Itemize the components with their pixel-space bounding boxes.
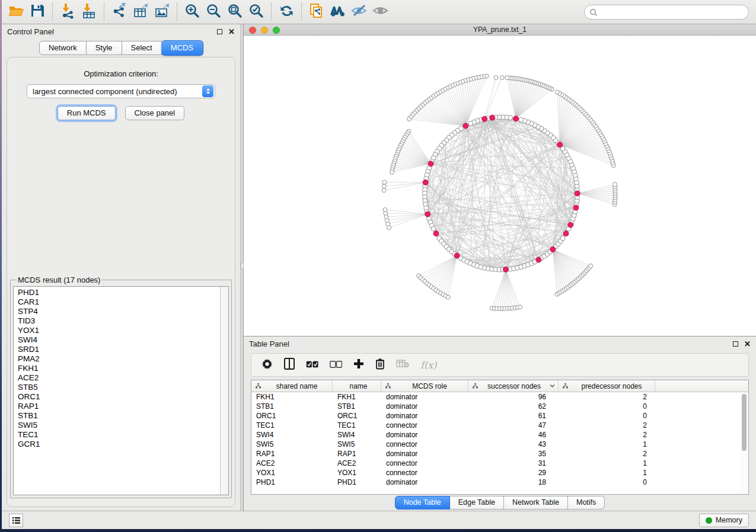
open-file-button[interactable] [5,2,27,22]
zoom-out-button[interactable] [203,2,224,22]
column-header-MCDS-role[interactable]: MCDS role [381,380,468,392]
mcds-hub-node[interactable] [575,191,580,196]
memory-button[interactable]: Memory [699,514,749,527]
mcds-hub-node[interactable] [433,231,439,236]
network-leaf-node[interactable] [446,295,450,299]
mcds-result-item[interactable]: YOX1 [18,326,228,335]
mcds-result-item[interactable]: CAR1 [18,297,228,307]
export-table-button[interactable] [130,2,151,22]
mcds-result-item[interactable]: STP4 [18,307,228,316]
mcds-hub-node[interactable] [513,116,519,121]
tab-network-table[interactable]: Network Table [504,496,568,509]
column-header-successor-nodes[interactable]: successor nodes [468,380,559,392]
table-row[interactable]: SWI5SWI5connector431 [251,440,748,449]
mcds-hub-node[interactable] [503,267,509,272]
mcds-hub-node[interactable] [557,142,563,148]
clone-network-button[interactable] [306,2,327,22]
mcds-result-item[interactable]: PHD1 [18,288,228,297]
mcds-hub-node[interactable] [573,205,579,210]
network-leaf-node[interactable] [390,170,394,174]
column-header-shared-name[interactable]: shared name [251,380,333,392]
network-leaf-node[interactable] [555,90,559,94]
mcds-hub-node[interactable] [423,180,428,185]
import-table-file-button[interactable] [78,2,100,22]
zoom-fit-button[interactable] [224,2,245,22]
network-node[interactable] [519,117,524,122]
split-columns-button[interactable] [284,358,295,372]
network-leaf-node[interactable] [500,75,504,79]
mcds-result-item[interactable]: GCR1 [18,440,228,449]
table-row[interactable]: STB1STB1dominator620 [251,402,748,411]
search-input[interactable] [601,7,748,18]
select-all-checkboxes-button[interactable] [306,358,318,372]
save-session-button[interactable] [27,2,48,22]
network-leaf-node[interactable] [518,305,522,309]
mcds-hub-node[interactable] [454,253,460,258]
mcds-hub-node[interactable] [536,257,541,262]
table-row[interactable]: YOX1YOX1connector291 [251,468,748,477]
add-column-button[interactable] [353,358,364,372]
tab-mcds[interactable]: MCDS [161,40,203,56]
mcds-result-item[interactable]: SWI5 [18,421,228,430]
table-scrollbar-thumb[interactable] [742,394,747,451]
float-panel-icon[interactable] [217,29,222,34]
table-scrollbar[interactable] [741,393,748,493]
search-box[interactable] [584,5,749,20]
import-network-file-button[interactable] [57,2,78,22]
vertical-splitter[interactable] [240,24,243,511]
network-leaf-node[interactable] [382,188,386,193]
mcds-hub-node[interactable] [425,211,430,217]
window-minimize-button[interactable] [261,27,268,34]
tab-network[interactable]: Network [39,41,87,55]
close-panel-button[interactable]: Close panel [125,106,185,120]
network-leaf-node[interactable] [382,180,387,184]
deselect-all-checkboxes-button[interactable] [330,358,342,372]
window-zoom-button[interactable] [273,27,280,34]
close-table-panel-icon[interactable]: ✕ [744,340,751,348]
network-node[interactable] [468,121,473,126]
hide-selected-button[interactable] [349,2,370,22]
mcds-result-item[interactable]: RAP1 [18,402,228,411]
mcds-hub-node[interactable] [563,231,569,236]
column-header-name[interactable]: name [333,380,381,392]
mcds-hub-node[interactable] [568,222,573,227]
column-header-predecessor-nodes[interactable]: predecessor nodes [559,380,655,392]
show-all-button[interactable] [370,2,391,22]
window-close-button[interactable] [249,27,256,34]
mcds-result-item[interactable]: PMA2 [18,354,228,364]
refresh-button[interactable] [276,2,297,22]
tab-edge-table[interactable]: Edge Table [450,496,504,509]
network-leaf-node[interactable] [613,182,617,187]
mcds-hub-node[interactable] [482,116,487,121]
network-leaf-node[interactable] [494,76,498,80]
mcds-hub-node[interactable] [490,115,495,120]
network-leaf-node[interactable] [589,264,593,268]
mcds-result-item[interactable]: FKH1 [18,364,228,373]
settings-gear-button[interactable] [261,358,273,372]
table-row[interactable]: ACE2ACE2connector311 [251,459,748,468]
network-node[interactable] [431,226,436,231]
tab-select[interactable]: Select [122,41,162,55]
mcds-result-item[interactable]: STB1 [18,411,228,421]
network-graph[interactable] [244,36,756,336]
mcds-result-item[interactable]: TEC1 [18,430,228,440]
mcds-result-scrollbar[interactable] [220,287,228,495]
table-row[interactable]: SWI4SWI4dominator462 [251,430,748,440]
zoom-selected-button[interactable] [245,2,267,22]
mcds-result-item[interactable]: STB5 [18,383,228,392]
network-canvas[interactable] [244,36,756,336]
first-neighbors-button[interactable] [327,2,349,22]
table-row[interactable]: TEC1TEC1connector472 [251,421,748,430]
network-leaf-node[interactable] [407,117,411,121]
mcds-result-item[interactable]: ACE2 [18,373,228,383]
close-panel-icon[interactable]: ✕ [228,28,235,36]
mcds-result-list[interactable]: PHD1CAR1STP4TID3YOX1SWI4SRD1PMA2FKH1ACE2… [13,286,229,495]
mcds-result-item[interactable]: ORC1 [18,392,228,402]
table-row[interactable]: RAP1RAP1dominator352 [251,449,748,459]
run-mcds-button[interactable]: Run MCDS [58,106,116,120]
network-node[interactable] [560,236,565,241]
panel-list-button[interactable] [9,514,23,527]
network-leaf-node[interactable] [387,226,391,230]
table-row[interactable]: FKH1FKH1dominator962 [251,392,748,402]
network-leaf-node[interactable] [505,76,509,80]
